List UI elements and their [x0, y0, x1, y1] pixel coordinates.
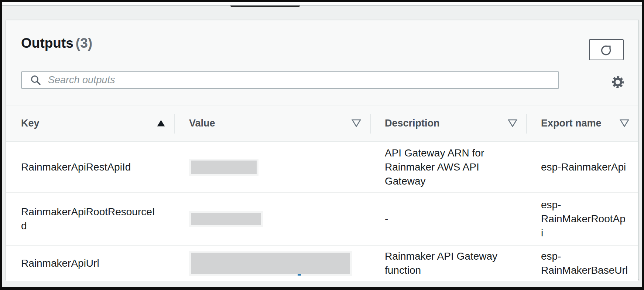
column-header-description[interactable]: Description [370, 105, 526, 141]
outputs-table: KeyValueDescriptionExport name Rainmaker… [6, 105, 638, 281]
search-input[interactable] [48, 72, 558, 88]
filter-icon [508, 119, 517, 127]
cell-key: RainmakerApiRootResourceId [6, 193, 174, 245]
cell-description: - [370, 193, 526, 245]
cell-export-name-text: esp- [541, 198, 629, 212]
column-header-label: Key [21, 118, 40, 129]
column-header-label: Description [385, 118, 440, 129]
table-row: RainmakerApiUrlRainmaker API Gatewayfunc… [6, 245, 638, 281]
cell-key-text: d [21, 219, 165, 233]
outputs-count: (3) [76, 36, 92, 51]
table-header-row: KeyValueDescriptionExport name [6, 105, 638, 142]
table-row: RainmakerApiRestApiIdAPI Gateway ARN for… [6, 142, 638, 192]
cell-key: RainmakerApiRestApiId [6, 142, 174, 192]
cell-export-name-text: i [541, 226, 629, 240]
sort-ascending-icon [157, 119, 165, 127]
cell-description-text: Rainmaker AWS API [385, 160, 517, 174]
search-outputs-container [21, 71, 559, 89]
browser-chrome-strip [2, 2, 642, 5]
cell-export-name-text: esp-RainmakerApi [541, 160, 629, 174]
cell-value [174, 142, 370, 192]
cell-description: Rainmaker API Gatewayfunction [370, 246, 526, 281]
outputs-title-text: Outputs [21, 36, 73, 51]
cell-description-text: function [385, 263, 517, 277]
table-body: RainmakerApiRestApiIdAPI Gateway ARN for… [6, 142, 638, 281]
cell-export-name-text: RainMakerRootAp [541, 212, 629, 226]
cell-export-name-text: RainMakerBaseUrl [541, 263, 629, 277]
table-row: RainmakerApiRootResourceId-esp-RainMaker… [6, 192, 638, 245]
column-header-label: Value [189, 118, 215, 129]
column-header-value[interactable]: Value [174, 105, 370, 141]
cell-key: RainmakerApiUrl [6, 246, 174, 281]
cell-key-text: RainmakerApiRootResourceI [21, 205, 165, 219]
redacted-value [189, 251, 352, 276]
column-header-key[interactable]: Key [6, 105, 174, 141]
settings-button[interactable] [610, 74, 626, 90]
refresh-button[interactable] [589, 39, 624, 60]
cell-key-text: RainmakerApiUrl [21, 256, 165, 270]
outputs-panel: Outputs(3) KeyValueDescriptionExport [6, 20, 639, 279]
redacted-value [189, 159, 258, 176]
search-icon [30, 74, 42, 87]
cell-description: API Gateway ARN forRainmaker AWS APIGate… [370, 142, 526, 192]
cell-export-name-text: esp- [541, 249, 629, 263]
redacted-value [189, 211, 263, 227]
gear-icon [610, 75, 625, 90]
cell-description-text: API Gateway ARN for [385, 146, 517, 160]
cell-export-name: esp-RainMakerRootApi [526, 193, 638, 245]
filter-icon [620, 119, 629, 127]
cell-description-text: Gateway [385, 174, 517, 188]
chrome-divider [2, 5, 642, 6]
column-header-label: Export name [541, 118, 602, 129]
cell-export-name: esp-RainMakerBaseUrl [526, 246, 638, 281]
page-title: Outputs(3) [21, 35, 92, 51]
cell-key-text: RainmakerApiRestApiId [21, 160, 165, 174]
column-header-export_name[interactable]: Export name [526, 105, 638, 141]
refresh-icon [600, 43, 613, 57]
cell-description-text: - [385, 212, 517, 226]
text-cursor-tick [298, 274, 301, 276]
cell-export-name: esp-RainmakerApi [526, 142, 638, 192]
cell-description-text: Rainmaker API Gateway [385, 249, 517, 263]
filter-icon [352, 119, 361, 127]
cell-value [174, 246, 370, 281]
cell-value [174, 193, 370, 245]
